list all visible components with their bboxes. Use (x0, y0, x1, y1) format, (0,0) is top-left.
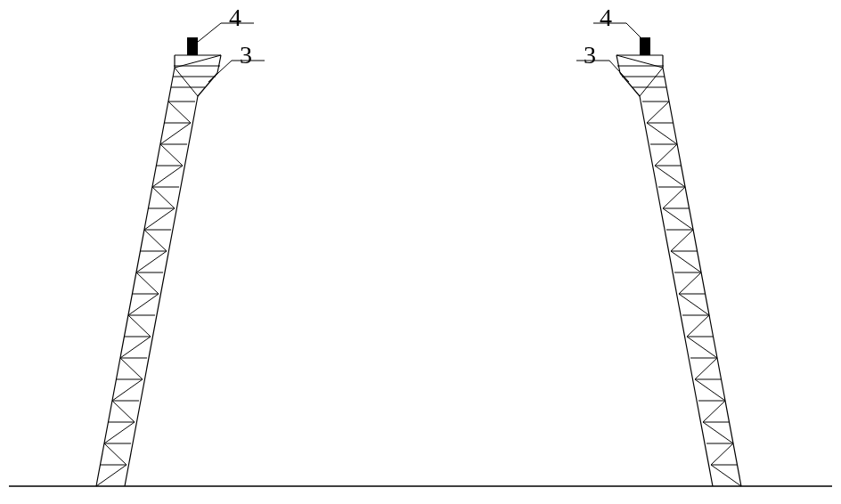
right-tower-top-block (640, 37, 650, 55)
svg-line-83 (655, 144, 677, 166)
svg-line-51 (663, 68, 741, 486)
left-tower-top-block (187, 37, 198, 55)
svg-line-12 (120, 358, 143, 379)
svg-line-75 (671, 230, 693, 251)
svg-line-2 (96, 465, 127, 486)
left-tower-bracing (96, 102, 195, 486)
svg-line-14 (120, 337, 151, 358)
svg-line-61 (695, 379, 725, 401)
svg-line-67 (687, 315, 709, 337)
svg-line-1 (125, 96, 198, 486)
svg-line-65 (687, 337, 717, 358)
svg-line-96 (640, 68, 663, 96)
right-tower (616, 37, 741, 486)
svg-line-18 (128, 294, 159, 315)
svg-line-100 (609, 61, 629, 82)
diagram-canvas (0, 0, 841, 504)
svg-line-57 (703, 422, 733, 443)
label-left-4: 4 (229, 4, 241, 32)
svg-line-69 (679, 294, 709, 315)
svg-line-47 (198, 23, 221, 42)
left-tower-head (171, 55, 221, 96)
svg-line-10 (112, 379, 143, 401)
svg-line-22 (136, 251, 167, 272)
svg-line-30 (152, 166, 183, 187)
svg-line-81 (655, 166, 685, 187)
svg-line-87 (647, 102, 669, 123)
svg-line-28 (152, 187, 175, 208)
svg-line-16 (128, 315, 151, 337)
svg-line-34 (160, 123, 191, 144)
svg-line-49 (208, 61, 232, 82)
svg-line-85 (647, 123, 677, 144)
svg-line-24 (144, 230, 167, 251)
svg-line-59 (703, 401, 725, 422)
svg-line-98 (626, 23, 645, 42)
svg-line-71 (679, 272, 701, 294)
svg-line-63 (695, 358, 717, 379)
svg-line-6 (104, 422, 135, 443)
svg-line-8 (112, 401, 135, 422)
svg-line-45 (175, 68, 198, 96)
svg-line-26 (144, 208, 175, 230)
svg-line-20 (136, 272, 159, 294)
svg-line-77 (663, 208, 693, 230)
svg-line-52 (640, 96, 713, 486)
svg-line-73 (671, 251, 701, 272)
left-tower (96, 37, 221, 486)
right-tower-head (616, 55, 666, 96)
label-left-3: 3 (240, 41, 252, 69)
svg-line-0 (96, 68, 175, 486)
svg-line-36 (168, 102, 191, 123)
svg-line-79 (663, 187, 685, 208)
svg-line-32 (160, 144, 183, 166)
label-right-4: 4 (600, 4, 612, 32)
svg-line-55 (711, 443, 733, 465)
right-tower-bracing (642, 102, 741, 486)
label-right-3: 3 (584, 41, 596, 69)
svg-line-53 (711, 465, 741, 486)
svg-line-4 (104, 443, 127, 465)
